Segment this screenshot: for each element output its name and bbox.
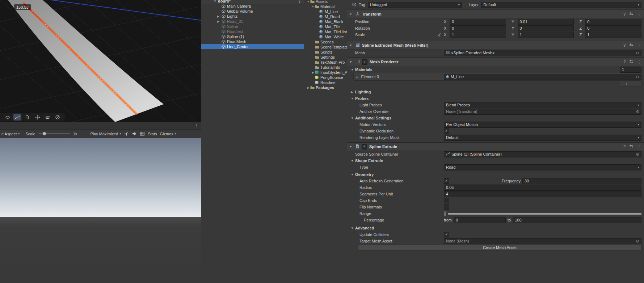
kebab-menu-icon[interactable]: ⋮	[297, 0, 302, 4]
position-y-field[interactable]: 0.01	[518, 19, 574, 25]
expand-arrow-icon[interactable]: ▶	[217, 20, 222, 23]
remove-material-button[interactable]: −	[634, 82, 636, 86]
scale-z-field[interactable]: 1	[585, 32, 641, 38]
hierarchy-item-spline-1[interactable]: Spline (1)	[201, 34, 304, 39]
expand-arrow-icon[interactable]: ▶	[217, 15, 222, 18]
rotation-z-field[interactable]: 0	[585, 25, 641, 31]
project-asset-mat-white[interactable]: Mat_White	[304, 34, 347, 39]
project-asset-inputsystem[interactable]: ▶ InputSystem_A	[304, 70, 347, 75]
range-min-handle[interactable]	[444, 211, 446, 216]
foldout-icon[interactable]: ▼	[351, 227, 355, 230]
project-asset-m-line[interactable]: M_Line	[304, 9, 347, 14]
hierarchy-item-roadmesh[interactable]: RoadMesh	[201, 39, 304, 44]
project-folder-scenetemplates[interactable]: SceneTemplate	[304, 45, 347, 50]
type-dropdown[interactable]: Road ▾	[444, 164, 641, 170]
foldout-icon[interactable]: ▼	[349, 145, 353, 148]
project-asset-m-road[interactable]: M_Road	[304, 14, 347, 19]
kebab-menu-icon[interactable]: ⋮	[637, 12, 641, 17]
flip-normals-checkbox[interactable]	[444, 204, 449, 210]
presets-icon[interactable]	[629, 144, 634, 149]
rotation-y-field[interactable]: 0	[518, 25, 574, 31]
mute-audio-icon[interactable]	[132, 131, 137, 136]
cap-ends-checkbox[interactable]	[444, 198, 449, 203]
object-picker-icon[interactable]: ⊙	[636, 109, 639, 114]
rotation-x-field[interactable]: 0	[450, 25, 506, 31]
lighting-toggle-icon[interactable]	[124, 131, 129, 136]
material-object-field[interactable]: M_Line ⊙	[444, 74, 641, 80]
spline-tool-icon[interactable]	[13, 114, 21, 121]
project-asset-mat-black[interactable]: Mat_Black	[304, 19, 347, 24]
spline-extrude-enabled-checkbox[interactable]: ✓	[362, 144, 367, 149]
source-spline-field[interactable]: Spline (1) (Spline Container) ⊙	[444, 151, 641, 157]
light-probes-dropdown[interactable]: Blend Probes ▾	[444, 102, 641, 108]
hierarchy-item-lights[interactable]: ▶ Lights	[201, 14, 304, 19]
foldout-icon[interactable]: ▼	[349, 13, 353, 16]
foldout-icon[interactable]: ▼	[351, 173, 355, 176]
project-folder-scripts[interactable]: Scripts	[304, 50, 347, 55]
game-view-panel[interactable]	[0, 138, 201, 283]
scene-viewport[interactable]	[0, 0, 201, 122]
foldout-icon[interactable]: ▼	[214, 0, 216, 3]
scene-view-panel[interactable]: 150.53	[0, 0, 201, 122]
zoom-tool-icon[interactable]	[24, 114, 31, 121]
scene-header[interactable]: ▼ douro* ⋮	[201, 0, 304, 4]
foldout-icon[interactable]: ▼	[351, 159, 355, 162]
layer-dropdown[interactable]: Default ▾	[481, 2, 641, 8]
project-folder-assets[interactable]: ▼ Assets	[304, 0, 347, 4]
expand-arrow-icon[interactable]: ▼	[311, 5, 315, 8]
motion-vectors-dropdown[interactable]: Per Object Motion ▾	[444, 122, 641, 128]
project-asset-mat-tilehint[interactable]: Mat_TileHint	[304, 29, 347, 34]
help-icon[interactable]: ?	[623, 60, 626, 64]
presets-icon[interactable]	[629, 59, 634, 64]
position-z-field[interactable]: 0	[585, 19, 641, 25]
hierarchy-item-roadtest[interactable]: Roadtest	[201, 29, 304, 34]
hierarchy-item-global-volume[interactable]: Global Volume	[201, 9, 304, 14]
anchor-override-field[interactable]: None (Transform) ⊙	[444, 109, 641, 115]
dynamic-occlusion-checkbox[interactable]: ✓	[444, 128, 449, 134]
target-mesh-field[interactable]: None (Mesh) ⊙	[444, 238, 641, 244]
expand-arrow-icon[interactable]: ▶	[311, 71, 315, 74]
update-colliders-checkbox[interactable]: ✓	[444, 232, 449, 237]
object-picker-icon[interactable]: ⊙	[636, 75, 639, 79]
pane-menu-icon[interactable]: ⋮	[194, 123, 199, 128]
play-mode-dropdown[interactable]: Play Maximized ▾	[90, 132, 121, 136]
hierarchy-item-line-center[interactable]: Line_Center	[201, 44, 304, 49]
foldout-icon[interactable]: ▼	[351, 68, 355, 71]
gizmos-dropdown[interactable]: Gizmos ▾	[160, 132, 176, 136]
help-icon[interactable]: ?	[623, 12, 626, 16]
segments-field[interactable]: 4	[444, 191, 641, 197]
help-icon[interactable]: ?	[623, 43, 626, 47]
hierarchy-item-road01[interactable]: ▶ Road_01	[201, 19, 304, 24]
materials-size-field[interactable]: 1	[620, 67, 641, 73]
link-scale-icon[interactable]	[438, 33, 441, 38]
project-folder-tutorialinfo[interactable]: TutorialInfo	[304, 65, 347, 70]
radius-field[interactable]: 0.05	[444, 185, 641, 191]
hierarchy-item-spline[interactable]: Spline	[201, 24, 304, 29]
from-field[interactable]: 0	[454, 217, 506, 223]
scale-slider[interactable]	[38, 134, 70, 134]
transform-header[interactable]: ▼ Transform ? ⋮	[347, 10, 644, 18]
position-x-field[interactable]: 0	[450, 19, 506, 25]
foldout-icon[interactable]: ▼	[351, 97, 355, 100]
scale-x-field[interactable]: 1	[450, 32, 506, 38]
move-tool-icon[interactable]	[34, 114, 42, 121]
disabled-tool-icon[interactable]	[54, 114, 62, 121]
camera-tool-icon[interactable]	[44, 114, 52, 121]
foldout-icon[interactable]: ▼	[351, 117, 355, 120]
vsync-grid-icon[interactable]	[140, 131, 145, 136]
project-asset-readme[interactable]: Readme	[304, 80, 347, 85]
create-mesh-asset-button[interactable]: Create Mesh Asset	[358, 245, 641, 250]
hierarchy-item-main-camera[interactable]: Main Camera	[201, 4, 304, 9]
object-picker-icon[interactable]: ⊙	[636, 51, 639, 55]
add-material-button[interactable]: +	[626, 82, 628, 86]
kebab-menu-icon[interactable]: ⋮	[637, 43, 641, 48]
stats-button[interactable]: Stats	[148, 132, 157, 136]
kebab-menu-icon[interactable]: ⋮	[637, 144, 641, 149]
scale-slider-knob[interactable]	[43, 132, 46, 135]
foldout-icon[interactable]: ▶	[351, 90, 355, 94]
spline-extrude-header[interactable]: ▼ # ✓ Spline Extrude ? ⋮	[347, 142, 644, 151]
project-folder-packages[interactable]: ▶ Packages	[304, 85, 347, 90]
help-icon[interactable]: ?	[623, 144, 626, 149]
object-picker-icon[interactable]: ⊙	[636, 239, 639, 244]
project-folder-scenes[interactable]: Scenes	[304, 39, 347, 45]
